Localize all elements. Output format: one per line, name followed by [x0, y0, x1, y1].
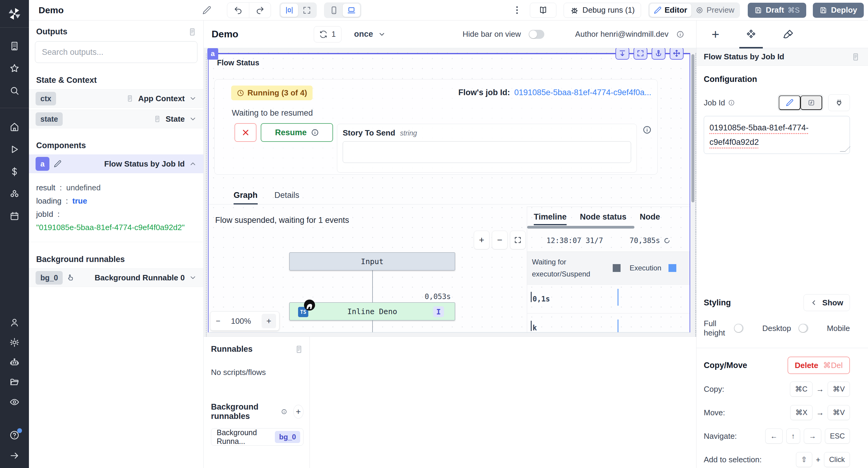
mobile-view-button[interactable] [325, 4, 343, 17]
tab-graph[interactable]: Graph [234, 191, 258, 204]
hide-bar-label: Hide bar on view [463, 30, 521, 39]
redo-button[interactable] [249, 3, 271, 18]
chevron-down-icon[interactable] [189, 274, 197, 281]
nav-settings-button[interactable] [9, 337, 20, 347]
preview-tab[interactable]: Preview [691, 4, 738, 17]
chevron-up-icon[interactable] [189, 160, 197, 168]
undo-button[interactable] [227, 3, 249, 18]
nav-audit-button[interactable] [9, 397, 20, 407]
clock-icon [237, 89, 244, 97]
full-height-toggle[interactable] [734, 324, 744, 333]
prop-jobid: jobId : [36, 207, 196, 221]
static-input-button[interactable] [779, 96, 801, 110]
draft-button[interactable]: Draft ⌘S [748, 3, 807, 18]
canvas-scrollbar[interactable] [691, 54, 694, 202]
tab-node-status[interactable]: Node status [580, 212, 627, 225]
chevron-down-icon[interactable] [189, 115, 197, 123]
nav-apps-button[interactable] [9, 41, 20, 51]
panel-doc-icon[interactable] [294, 345, 304, 354]
nav-collapse-button[interactable] [9, 450, 20, 461]
expression-input-button[interactable] [801, 96, 822, 110]
zoom-minus[interactable]: − [216, 316, 220, 326]
paintbrush-icon [783, 29, 794, 40]
more-menu-button[interactable] [516, 6, 518, 14]
refresh-counter[interactable]: 1 [314, 26, 341, 42]
nav-users-button[interactable] [9, 317, 20, 328]
tab-styling[interactable] [779, 21, 798, 48]
timeline-panel: Timeline Node status Node 12:38:07 31/7 … [527, 207, 689, 332]
component-row-a[interactable]: a Flow Status by Job Id [29, 155, 204, 173]
desktop-view-button[interactable] [343, 4, 360, 17]
editor-tab[interactable]: Editor [650, 4, 691, 17]
refresh-mode-select[interactable]: once [354, 30, 386, 39]
pencil-icon[interactable] [54, 160, 61, 168]
nav-workers-button[interactable] [9, 357, 20, 367]
info-icon[interactable] [643, 125, 652, 134]
debug-runs-button[interactable]: Debug runs (1) [564, 3, 641, 18]
zoom-plus[interactable]: + [261, 314, 276, 328]
chevron-down-icon[interactable] [189, 95, 197, 102]
flow-graph[interactable]: Flow suspended, waiting for 1 events + −… [209, 205, 527, 332]
timeline-hscrollbar[interactable] [527, 226, 689, 229]
add-background-runnable-button[interactable]: + [293, 405, 304, 419]
connect-input-button[interactable] [828, 94, 850, 111]
app-canvas[interactable]: a Flow Status Ru [204, 48, 696, 336]
timeline-start-time: 12:38:07 31/7 [547, 236, 603, 245]
panel-doc-icon[interactable] [188, 27, 197, 36]
rename-app-button[interactable] [202, 6, 211, 15]
nav-help-button[interactable] [9, 430, 20, 440]
story-textarea[interactable] [343, 141, 631, 163]
nav-variables-button[interactable] [9, 167, 20, 177]
state-row[interactable]: state State [29, 110, 204, 128]
show-styling-button[interactable]: Show [804, 294, 850, 311]
tab-details[interactable]: Details [275, 191, 300, 204]
flow-status-component[interactable]: a Flow Status Ru [208, 54, 690, 332]
centered-layout-button[interactable] [281, 4, 298, 17]
windmill-logo[interactable] [0, 0, 29, 28]
tab-component-settings[interactable] [742, 21, 761, 48]
hide-bar-toggle[interactable] [529, 30, 544, 39]
cancel-flow-button[interactable] [235, 123, 256, 142]
component-anchor-button[interactable] [652, 48, 665, 60]
desktop-toggle[interactable] [798, 324, 808, 333]
nav-resources-button[interactable] [9, 189, 20, 199]
calendar-icon [9, 211, 20, 221]
resize-grip-icon[interactable] [840, 146, 850, 152]
resume-button[interactable]: Resume [261, 123, 333, 142]
search-outputs-input[interactable] [35, 41, 197, 63]
graph-fullscreen-button[interactable] [510, 231, 526, 249]
component-id-tag[interactable]: a [207, 48, 218, 60]
flow-job-id-link[interactable]: 0191085e-5baa-81ef-4774-c9ef4f0a... [514, 88, 651, 97]
background-runnable-item[interactable]: Background Runna... bg_0 [211, 428, 304, 446]
component-move-button[interactable] [670, 48, 684, 60]
nav-schedules-button[interactable] [9, 211, 20, 221]
panel-doc-icon[interactable] [851, 53, 860, 61]
delete-component-button[interactable]: Delete ⌘Del [787, 357, 850, 374]
cubes-icon [9, 189, 20, 199]
job-id-input[interactable]: 0191085e-5baa-81ef-4774- c9ef4f0a92d2 [704, 116, 850, 154]
tab-node-definition[interactable]: Node [640, 212, 660, 225]
nav-folders-button[interactable] [9, 377, 20, 387]
ctx-row[interactable]: ctx App Context [29, 89, 204, 108]
info-icon[interactable] [728, 99, 735, 106]
docs-button[interactable] [530, 3, 556, 18]
graph-zoom-out-button[interactable]: − [492, 231, 507, 249]
tab-timeline[interactable]: Timeline [534, 212, 567, 225]
graph-zoom-in-button[interactable]: + [474, 231, 490, 249]
input-node[interactable]: Input [289, 253, 455, 270]
nav-home-button[interactable] [9, 122, 20, 132]
component-fullscreen-button[interactable] [633, 48, 647, 60]
nav-search-button[interactable] [9, 86, 20, 96]
inline-deno-node[interactable]: TS Inline Deno I [289, 302, 455, 321]
configuration-heading: Configuration [704, 75, 850, 84]
component-fill-height-button[interactable] [615, 48, 629, 60]
kbd-key: ⌘C [790, 381, 812, 397]
tab-insert-component[interactable]: + [708, 21, 723, 48]
nav-runs-button[interactable] [9, 144, 20, 155]
info-icon[interactable] [676, 30, 684, 38]
background-runnable-row[interactable]: bg_0 Background Runnable 0 [29, 268, 204, 287]
info-icon[interactable] [281, 408, 287, 415]
nav-favorites-button[interactable] [9, 63, 20, 73]
full-layout-button[interactable] [298, 4, 315, 17]
deploy-button[interactable]: Deploy [813, 3, 864, 18]
